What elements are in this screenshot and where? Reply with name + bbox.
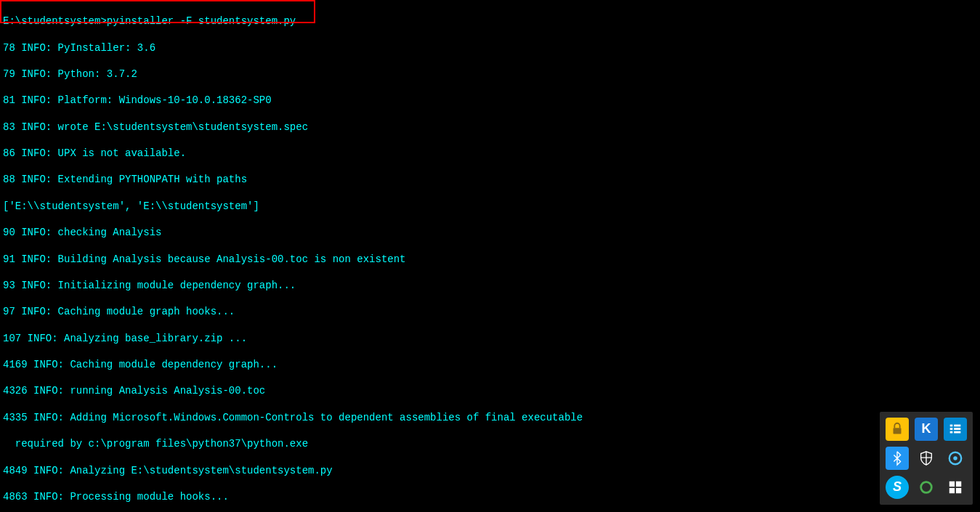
svg-rect-1	[950, 425, 953, 427]
k-app-icon[interactable]: K	[915, 418, 938, 441]
svg-rect-12	[949, 488, 955, 493]
terminal-output[interactable]: E:\studentsystem>pyinstaller -F students…	[0, 0, 980, 512]
output-line: 79 INFO: Python: 3.7.2	[3, 68, 977, 81]
output-line: 78 INFO: PyInstaller: 3.6	[3, 41, 977, 54]
svg-rect-10	[949, 481, 955, 487]
svg-point-9	[921, 482, 932, 493]
svg-rect-3	[950, 428, 953, 430]
output-line: 88 INFO: Extending PYTHONPATH with paths	[3, 173, 977, 186]
browser-icon[interactable]	[944, 447, 967, 470]
output-line: 4335 INFO: Adding Microsoft.Windows.Comm…	[3, 411, 977, 424]
input-icon[interactable]	[944, 476, 967, 499]
command-line: E:\studentsystem>pyinstaller -F students…	[3, 15, 977, 28]
bluetooth-icon[interactable]	[886, 447, 909, 470]
output-line: 81 INFO: Platform: Windows-10-10.0.18362…	[3, 94, 977, 107]
output-line: 107 INFO: Analyzing base_library.zip ...	[3, 332, 977, 345]
svg-rect-2	[954, 425, 960, 427]
command-text: pyinstaller -F studentsystem.py	[107, 15, 296, 27]
svg-rect-11	[956, 481, 961, 487]
output-line: 4326 INFO: running Analysis Analysis-00.…	[3, 384, 977, 397]
svg-rect-4	[954, 428, 960, 430]
prompt: E:\studentsystem>	[3, 15, 107, 27]
svg-rect-5	[950, 431, 953, 434]
output-line: 4169 INFO: Caching module dependency gra…	[3, 358, 977, 371]
wechat-icon[interactable]	[915, 476, 938, 499]
security-icon[interactable]	[886, 418, 909, 441]
system-tray: K S	[880, 412, 973, 505]
svg-rect-0	[894, 428, 902, 434]
output-line: 4863 INFO: Processing module hooks...	[3, 490, 977, 503]
output-line: 4849 INFO: Analyzing E:\studentsystem\st…	[3, 464, 977, 477]
defender-icon[interactable]	[915, 447, 938, 470]
output-line: 93 INFO: Initializing module dependency …	[3, 279, 977, 292]
output-line: 86 INFO: UPX is not available.	[3, 147, 977, 160]
svg-rect-6	[954, 431, 960, 434]
list-icon[interactable]	[944, 418, 967, 441]
output-line: 90 INFO: checking Analysis	[3, 226, 977, 239]
output-line: required by c:\program files\python37\py…	[3, 437, 977, 450]
output-line: 83 INFO: wrote E:\studentsystem\students…	[3, 121, 977, 134]
skype-icon[interactable]: S	[886, 476, 909, 499]
svg-rect-13	[956, 488, 961, 493]
output-line: 97 INFO: Caching module graph hooks...	[3, 305, 977, 318]
output-line: ['E:\\studentsystem', 'E:\\studentsystem…	[3, 200, 977, 213]
output-line: 91 INFO: Building Analysis because Analy…	[3, 253, 977, 266]
svg-point-8	[953, 456, 957, 460]
